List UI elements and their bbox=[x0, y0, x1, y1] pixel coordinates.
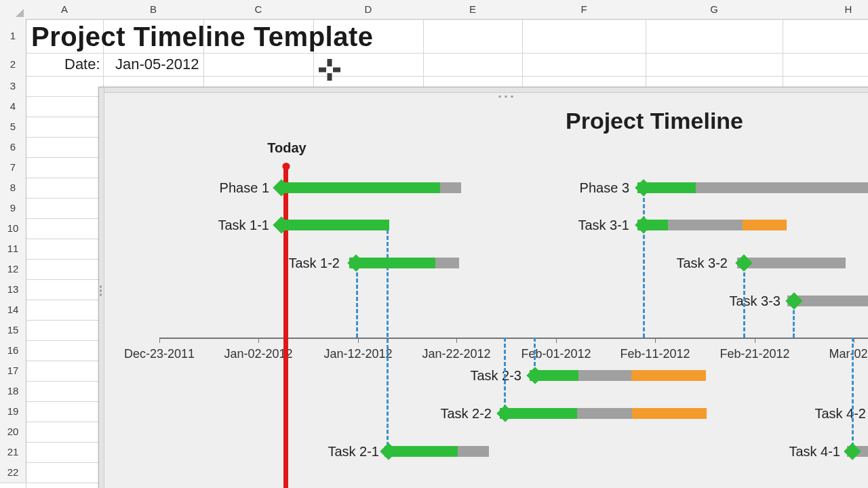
row-header-5[interactable]: 5 bbox=[0, 117, 26, 137]
spreadsheet-grid[interactable]: ABCDEFGH 1234567891011121314151617181920… bbox=[0, 0, 868, 488]
row-header-9[interactable]: 9 bbox=[0, 198, 26, 218]
axis-tick bbox=[556, 338, 557, 343]
today-line bbox=[283, 166, 288, 488]
row-header-21[interactable]: 21 bbox=[0, 442, 26, 462]
row-header-17[interactable]: 17 bbox=[0, 361, 26, 381]
dependency-line bbox=[852, 338, 854, 447]
dependency-line bbox=[643, 192, 645, 338]
cell-cursor-icon bbox=[317, 58, 342, 85]
column-header-B[interactable]: B bbox=[103, 0, 203, 20]
task-bar[interactable] bbox=[281, 182, 461, 193]
today-label: Today bbox=[267, 140, 306, 156]
task-label: Task 2-2 bbox=[440, 406, 492, 422]
axis-label: Jan-22-2012 bbox=[422, 347, 490, 361]
task-bar[interactable] bbox=[384, 446, 489, 457]
axis-tick bbox=[456, 338, 457, 343]
axis-label: Dec-23-2011 bbox=[124, 347, 195, 361]
row-header-13[interactable]: 13 bbox=[0, 279, 26, 300]
row-header-14[interactable]: 14 bbox=[0, 300, 26, 320]
row-header-15[interactable]: 15 bbox=[0, 320, 26, 340]
row-header-22[interactable]: 22 bbox=[0, 462, 26, 483]
dependency-line bbox=[743, 266, 745, 338]
row-header-6[interactable]: 6 bbox=[0, 137, 26, 157]
select-all-button[interactable] bbox=[0, 0, 26, 20]
task-bar[interactable] bbox=[281, 220, 389, 230]
axis-label: Mar-02-2 bbox=[829, 347, 868, 361]
row-header-4[interactable]: 4 bbox=[0, 96, 26, 117]
task-bar[interactable] bbox=[530, 370, 706, 381]
axis-tick bbox=[358, 338, 359, 343]
row-header-11[interactable]: 11 bbox=[0, 239, 26, 259]
axis-tick bbox=[159, 338, 160, 343]
column-header-A[interactable]: A bbox=[26, 0, 103, 20]
row-header-3[interactable]: 3 bbox=[0, 76, 26, 96]
task-bar[interactable] bbox=[637, 182, 868, 193]
axis-label: Jan-12-2012 bbox=[323, 347, 392, 361]
row-header-7[interactable]: 7 bbox=[0, 157, 26, 178]
date-value: Jan-05-2012 bbox=[115, 56, 199, 73]
task-label: Task 2-1 bbox=[328, 444, 379, 460]
axis-label: Jan-02-2012 bbox=[224, 347, 292, 361]
task-label: Task 4-1 bbox=[789, 444, 840, 460]
axis-tick bbox=[258, 338, 259, 343]
dependency-line bbox=[504, 338, 506, 409]
task-label: Task 3-1 bbox=[578, 218, 629, 233]
task-bar[interactable] bbox=[637, 220, 787, 230]
task-label: Phase 3 bbox=[580, 180, 629, 196]
row-header-19[interactable]: 19 bbox=[0, 401, 26, 422]
column-header-H[interactable]: H bbox=[783, 0, 868, 20]
row-header-12[interactable]: 12 bbox=[0, 259, 26, 279]
row-header-8[interactable]: 8 bbox=[0, 178, 26, 198]
task-bar[interactable] bbox=[500, 408, 707, 419]
axis-tick bbox=[854, 338, 854, 343]
svg-rect-5 bbox=[326, 66, 333, 73]
date-label: Date: bbox=[64, 56, 100, 73]
task-bar[interactable] bbox=[349, 258, 459, 268]
column-header-C[interactable]: C bbox=[203, 0, 313, 20]
dependency-line bbox=[356, 266, 358, 338]
column-header-E[interactable]: E bbox=[423, 0, 522, 20]
axis-tick bbox=[755, 338, 755, 343]
task-label: Phase 1 bbox=[220, 180, 269, 196]
axis-tick bbox=[655, 338, 656, 343]
column-header-G[interactable]: G bbox=[646, 0, 783, 20]
row-header-10[interactable]: 10 bbox=[0, 218, 26, 239]
task-bar[interactable] bbox=[737, 258, 846, 268]
task-label: Task 3-2 bbox=[676, 256, 728, 271]
timeline-chart[interactable]: Project Timeline Dec-23-2011Jan-02-2012J… bbox=[98, 87, 868, 488]
column-header-D[interactable]: D bbox=[313, 0, 423, 20]
row-header-2[interactable]: 2 bbox=[0, 53, 26, 76]
axis-label: Feb-01-2012 bbox=[521, 347, 591, 361]
row-header-20[interactable]: 20 bbox=[0, 422, 26, 442]
row-header-16[interactable]: 16 bbox=[0, 340, 26, 361]
axis-label: Feb-11-2012 bbox=[620, 347, 690, 361]
timeline-axis bbox=[159, 338, 868, 339]
svg-marker-0 bbox=[16, 9, 24, 17]
task-label: Task 2-3 bbox=[470, 368, 521, 384]
column-header-F[interactable]: F bbox=[522, 0, 646, 20]
page-title: Project Timeline Template bbox=[31, 22, 374, 52]
task-label: Task 1-1 bbox=[218, 218, 269, 233]
row-header-1[interactable]: 1 bbox=[0, 19, 26, 53]
axis-label: Feb-21-2012 bbox=[719, 347, 789, 361]
task-label: Task 1-2 bbox=[288, 256, 340, 271]
row-header-18[interactable]: 18 bbox=[0, 381, 26, 401]
task-label: Task 4-2 bbox=[814, 406, 866, 422]
task-label: Task 3-3 bbox=[729, 293, 781, 309]
